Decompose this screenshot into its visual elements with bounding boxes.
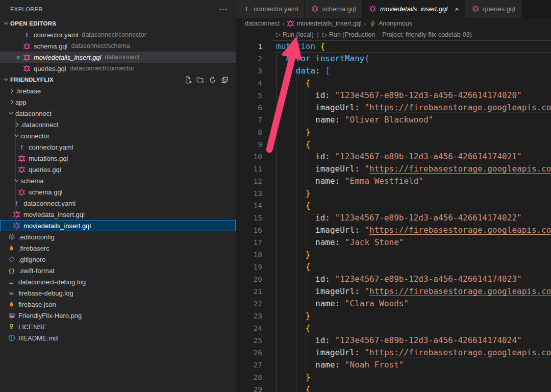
open-editor-moviedetails-insert-gql[interactable]: ×moviedetails_insert.gqldataconnect — [0, 52, 236, 63]
code-editor[interactable]: ▷ Run (local)|▷ Run (Production – Projec… — [236, 29, 551, 392]
open-editor-queries-gql[interactable]: queries.gqldataconnect/connector — [0, 63, 236, 74]
close-icon[interactable]: × — [14, 54, 22, 61]
code-line-27[interactable]: 27 name: "Noah Frost" — [236, 359, 551, 371]
open-editor-description: dataconnect/schema — [71, 42, 130, 50]
code-line-24[interactable]: 24 { — [236, 322, 551, 334]
tree-item-queries-gql[interactable]: queries.gql — [0, 164, 236, 175]
code-line-6[interactable]: 6 imageUrl: "https://firebasestorage.goo… — [236, 102, 551, 114]
indent-guide — [296, 89, 296, 102]
indent-guide — [286, 200, 286, 212]
code-line-19[interactable]: 19 { — [236, 261, 551, 273]
tree-item-mutations-gql[interactable]: mutations.gql — [0, 153, 236, 164]
collapse-all-icon[interactable] — [221, 76, 229, 84]
breadcrumb-anonymous[interactable]: Anonymous — [369, 20, 412, 28]
breadcrumb-dataconnect[interactable]: dataconnect — [245, 20, 280, 27]
code-line-8[interactable]: 8 } — [236, 126, 551, 138]
code-line-20[interactable]: 20 id: "123e4567-e89b-12d3-a456-42661417… — [236, 273, 551, 285]
line-content: imageUrl: "https://firebasestorage.googl… — [273, 163, 551, 175]
tree-item-moviedata-insert-gql[interactable]: moviedata_insert.gql — [0, 209, 236, 220]
code-line-11[interactable]: 11 imageUrl: "https://firebasestorage.go… — [236, 163, 551, 175]
line-content: id: "123e4567-e89b-12d3-a456-42661417402… — [273, 273, 551, 285]
code-line-4[interactable]: 4 { — [236, 77, 551, 89]
indent-guide — [296, 261, 296, 273]
code-line-29[interactable]: 29 { — [236, 383, 551, 392]
new-file-icon[interactable] — [184, 76, 192, 84]
tab-label: schema.gql — [322, 5, 356, 13]
code-line-21[interactable]: 21 imageUrl: "https://firebasestorage.go… — [236, 285, 551, 298]
tab-schema-gql[interactable]: schema.gql — [305, 0, 362, 18]
tree-item-firebaserc[interactable]: .firebaserc — [0, 242, 236, 254]
code-line-17[interactable]: 17 name: "Jack Stone" — [236, 236, 551, 249]
tree-item-editorconfig[interactable]: .editorconfig — [0, 231, 236, 242]
indent-guide — [276, 65, 277, 77]
line-content: imageUrl: "https://firebasestorage.googl… — [273, 102, 551, 114]
code-line-23[interactable]: 23 } — [236, 310, 551, 322]
line-number: 7 — [236, 114, 273, 126]
workspace-header[interactable]: FRIENDLYFLIX — [0, 74, 236, 85]
tab-label: connector.yaml — [254, 5, 298, 13]
breadcrumb-moviedetails-insert-gql[interactable]: moviedetails_insert.gql — [287, 20, 361, 28]
tree-item-schema[interactable]: schema — [0, 175, 236, 186]
tree-item-label: .editorconfig — [18, 233, 55, 241]
tab-moviedetails-insert-gql[interactable]: moviedetails_insert.gql× — [363, 0, 465, 18]
close-icon[interactable]: × — [455, 6, 459, 13]
tree-item-swift-format[interactable]: {}.swift-format — [0, 265, 236, 276]
open-editors-header[interactable]: OPEN EDITORS — [0, 18, 236, 29]
code-line-15[interactable]: 15 id: "123e4567-e89b-12d3-a456-42661417… — [236, 212, 551, 224]
refresh-icon[interactable] — [209, 76, 216, 84]
code-line-28[interactable]: 28 } — [236, 371, 551, 383]
code-line-26[interactable]: 26 imageUrl: "https://firebasestorage.go… — [236, 347, 551, 359]
indent-guide — [286, 89, 286, 102]
tree-item-connector-yaml[interactable]: !connector.yaml — [0, 141, 236, 153]
tree-item-readme-md[interactable]: README.md — [0, 332, 236, 344]
tree-item-dataconnect[interactable]: .dataconnect — [0, 119, 236, 130]
tree-item-friendlyflix-hero-png[interactable]: FriendlyFlix-Hero.png — [0, 310, 236, 321]
more-actions-icon[interactable]: ⋯ — [219, 4, 228, 14]
tree-item-dataconnect-yaml[interactable]: !dataconnect.yaml — [0, 198, 236, 209]
tree-item-dataconnect-debug-log[interactable]: ≡dataconnect-debug.log — [0, 276, 236, 287]
open-editor-schema-gql[interactable]: schema.gqldataconnect/schema — [0, 40, 236, 52]
tree-item-connector[interactable]: connector — [0, 130, 236, 141]
indent-guide — [306, 285, 306, 298]
open-editor-connector-yaml[interactable]: !connector.yamldataconnect/connector — [0, 29, 236, 40]
tab-connector-yaml[interactable]: !connector.yaml — [236, 0, 304, 18]
indent-guide — [286, 347, 286, 359]
tree-item-firebase[interactable]: .firebase — [0, 85, 236, 96]
code-line-13[interactable]: 13 } — [236, 187, 551, 200]
indent-guide — [286, 322, 286, 334]
tree-item-firebase-json[interactable]: firebase.json — [0, 299, 236, 310]
indent-guide — [286, 126, 286, 138]
new-folder-icon[interactable] — [196, 76, 204, 84]
code-line-9[interactable]: 9 { — [236, 138, 551, 151]
run-production-link[interactable]: ▷ Run (Production – Project: friendly-fl… — [322, 31, 472, 38]
indent-guide — [286, 102, 286, 114]
run-local-link[interactable]: ▷ Run (local) — [276, 31, 314, 38]
indent-guide — [296, 151, 296, 163]
line-number: 4 — [236, 77, 273, 89]
code-line-3[interactable]: 3 data: [ — [236, 65, 551, 77]
indent-guide — [296, 383, 296, 392]
indent-guide — [286, 114, 286, 126]
tree-item-app[interactable]: app — [0, 96, 236, 108]
tree-item-moviedetails-insert-gql[interactable]: moviedetails_insert.gql — [0, 220, 236, 231]
line-number: 21 — [236, 285, 273, 298]
code-line-1[interactable]: 1mutation { — [236, 40, 551, 53]
code-line-2[interactable]: 2 actor_insertMany( — [236, 53, 551, 65]
tree-item-gitignore[interactable]: .gitignore — [0, 254, 236, 265]
yaml-icon: ! — [242, 5, 251, 13]
tree-item-license[interactable]: LICENSE — [0, 321, 236, 332]
tree-item-schema-gql[interactable]: schema.gql — [0, 186, 236, 198]
tree-item-dataconnect[interactable]: dataconnect — [0, 108, 236, 119]
code-line-7[interactable]: 7 name: "Oliver Blackwood" — [236, 114, 551, 126]
code-line-16[interactable]: 16 imageUrl: "https://firebasestorage.go… — [236, 224, 551, 236]
code-line-22[interactable]: 22 name: "Clara Woods" — [236, 298, 551, 310]
code-line-14[interactable]: 14 { — [236, 200, 551, 212]
code-line-25[interactable]: 25 id: "123e4567-e89b-12d3-a456-42661417… — [236, 334, 551, 347]
line-number: 13 — [236, 187, 273, 200]
code-line-5[interactable]: 5 id: "123e4567-e89b-12d3-a456-426614174… — [236, 89, 551, 102]
tab-queries-gql[interactable]: queries.gql — [465, 0, 521, 18]
code-line-18[interactable]: 18 } — [236, 249, 551, 261]
tree-item-firebase-debug-log[interactable]: ≡firebase-debug.log — [0, 287, 236, 299]
code-line-10[interactable]: 10 id: "123e4567-e89b-12d3-a456-42661417… — [236, 151, 551, 163]
code-line-12[interactable]: 12 name: "Emma Westfield" — [236, 175, 551, 187]
